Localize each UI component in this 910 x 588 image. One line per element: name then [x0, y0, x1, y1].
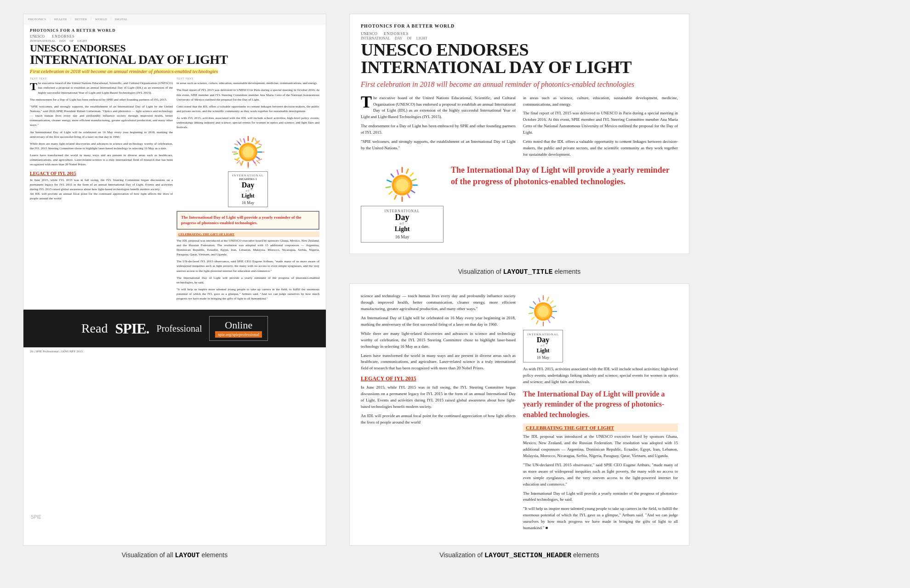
right-top-sub-headline: First celebration in 2018 will become an…	[361, 79, 678, 90]
text-label-left: TEXT TEXT	[30, 77, 173, 80]
svg-line-60	[529, 313, 533, 314]
svg-line-55	[551, 316, 555, 318]
svg-line-7	[237, 160, 240, 164]
ad-url-label: spie.org/spieprofessional	[215, 331, 262, 338]
right-top-col2: in areas such as science, culture, educa…	[523, 95, 678, 161]
topbar-item3: BETTER	[75, 17, 87, 21]
magazine-header: PHOTONICS FOR A BETTER WORLD UNESCO ENDO…	[23, 24, 326, 74]
body-text-col1-left: The executive board of the United Nation…	[30, 81, 173, 167]
legacy-text-left: In June 2015, while IYL 2015 was in full…	[30, 178, 173, 201]
svg-line-43	[386, 187, 391, 187]
right-panels: PHOTONICS FOR A BETTER WORLD UNESCO ENDO…	[349, 14, 689, 562]
right-bottom-legacy: LEGACY OF IYL 2015 In June 2015, while I…	[361, 375, 516, 426]
left-panel: PHOTONICS | HEALTH | BETTER | WORLD | DI…	[23, 14, 326, 546]
svg-line-26	[233, 153, 238, 154]
main-container: PHOTONICS | HEALTH | BETTER | WORLD | DI…	[0, 0, 910, 576]
col1-left: TEXT TEXT The executive board of the Uni…	[30, 77, 173, 303]
svg-line-38	[411, 190, 415, 193]
content-grid-left: TEXT TEXT The executive board of the Uni…	[23, 77, 326, 306]
svg-line-59	[531, 317, 535, 320]
svg-line-27	[234, 147, 239, 149]
svg-line-29	[244, 138, 245, 143]
bottom-ad: SPIE Read SPIE. Professional Online spie…	[23, 310, 326, 347]
svg-line-15	[255, 138, 256, 142]
celebrating-title-left: CELEBRATING THE GIFT OF LIGHT	[176, 232, 319, 237]
right-bottom-legacy-title: LEGACY OF IYL 2015	[361, 375, 516, 382]
photonics-banner-left: PHOTONICS FOR A BETTER WORLD	[30, 28, 319, 33]
top-bar: PHOTONICS | HEALTH | BETTER | WORLD | DI…	[23, 14, 326, 24]
idl-area-left: International HEADERS 1 Day of Light 16 …	[176, 134, 319, 207]
right-top-header: PHOTONICS FOR A BETTER WORLD	[361, 23, 678, 28]
right-bottom-idl-date: 16 May	[527, 355, 559, 360]
svg-line-5	[256, 160, 260, 164]
right-bottom-idl-box-container: International Day of Light 16 May	[523, 293, 563, 362]
ad-read-label: Read	[81, 321, 108, 336]
svg-line-17	[252, 137, 254, 142]
ad-online-label: Online	[225, 319, 252, 331]
right-top-panel: PHOTONICS FOR A BETTER WORLD UNESCO ENDO…	[349, 14, 689, 254]
right-top-unesco: UNESCO	[361, 31, 377, 36]
svg-line-21	[256, 157, 260, 159]
right-bottom-idl-light: Light	[527, 347, 559, 354]
right-top-content-grid: The executive board of the United Nation…	[361, 95, 678, 161]
svg-line-46	[397, 170, 398, 175]
topbar-item5: DIGITAL	[115, 17, 128, 21]
svg-line-34	[406, 169, 409, 174]
unesco-label-left: UNESCO	[30, 34, 45, 39]
celebrating-text-left: The IDL proposal was introduced at the U…	[176, 238, 319, 301]
idl-text-box-left: International HEADERS 1 Day of Light 16 …	[228, 171, 268, 207]
right-bottom-col1-text: science and technology — touch human liv…	[361, 293, 516, 372]
svg-point-32	[243, 147, 254, 158]
idl-box-left: International HEADERS 1 Day of Light 16 …	[228, 134, 268, 207]
svg-line-19	[256, 147, 261, 148]
svg-point-49	[396, 179, 409, 192]
ad-online-box: Online spie.org/spieprofessional	[209, 316, 268, 341]
viz-label-right-top: Visualization of LAYOUT_TITLE elements	[458, 268, 581, 276]
sun-graphic-left	[230, 134, 267, 170]
right-bottom-celebrating-title: CELEBRATING THE GIFT OF LIGHT	[523, 424, 678, 432]
right-bottom-col1: science and technology — touch human liv…	[361, 293, 516, 534]
text-label2-left: TEXT TEXT	[176, 77, 319, 80]
big-headline2-left: INTERNATIONAL DAY OF LIGHT	[30, 53, 319, 66]
right-top-idl-date: 16 May	[366, 234, 438, 239]
topbar-item1: PHOTONICS	[28, 17, 46, 21]
svg-line-61	[529, 307, 534, 309]
sub-headline-left: First celebration in 2018 will become an…	[30, 68, 319, 74]
svg-line-53	[552, 306, 556, 308]
svg-line-58	[536, 320, 538, 324]
right-bottom-idl-of: of	[527, 344, 559, 347]
viz-label-left: Visualization of all LAYOUT elements	[122, 551, 228, 560]
unesco-row-left: UNESCO ENDORSES	[30, 34, 319, 39]
right-top-big-headline: UNESCO ENDORSES INTERNATIONAL DAY OF LIG…	[361, 41, 678, 76]
svg-line-62	[533, 301, 536, 305]
svg-line-28	[238, 142, 241, 145]
endorses-label-left: ENDORSES	[52, 34, 74, 39]
ad-professional-label: Professional	[157, 323, 202, 334]
right-bottom-panel: science and technology — touch human liv…	[349, 283, 689, 546]
idl-header1-left: HEADERS 1	[232, 177, 264, 181]
right-top-idl-day: Day	[366, 213, 438, 221]
col2-left: TEXT TEXT in areas such as science, cult…	[176, 77, 319, 303]
svg-line-11	[258, 144, 262, 145]
idl-date-left: 16 May	[232, 200, 264, 205]
svg-line-52	[550, 300, 553, 304]
right-bottom-celebrating: CELEBRATING THE GIFT OF LIGHT The IDL pr…	[523, 424, 678, 531]
svg-line-39	[407, 194, 410, 198]
idl-intl-left: International	[232, 174, 264, 177]
svg-line-24	[241, 161, 243, 165]
right-top-idl-quote: International Day of Light 16 May The In…	[361, 164, 678, 243]
right-bottom-idl-area: International Day of Light 16 May	[523, 293, 678, 362]
right-top-col2-text: in areas such as science, culture, educa…	[523, 95, 678, 158]
bottom-footer-left: 26 | SPIE Professional | JANUARY 2015	[23, 347, 326, 355]
legacy-title-left: LEGACY OF IYL 2015	[30, 171, 173, 176]
right-top-col1: The executive board of the United Nation…	[361, 95, 516, 161]
idl-light-left: Light	[232, 192, 264, 199]
svg-line-56	[548, 319, 550, 323]
highlighted-quote-left: The International Day of Light will prov…	[176, 211, 319, 230]
svg-line-63	[539, 298, 540, 302]
svg-line-8	[240, 138, 241, 142]
right-bottom-highlighted-quote: The International Day of Light will prov…	[523, 389, 678, 420]
right-bottom-grid: science and technology — touch human liv…	[361, 293, 678, 534]
right-top-quote-area: The International Day of Light will prov…	[451, 164, 678, 187]
svg-line-35	[410, 173, 414, 176]
